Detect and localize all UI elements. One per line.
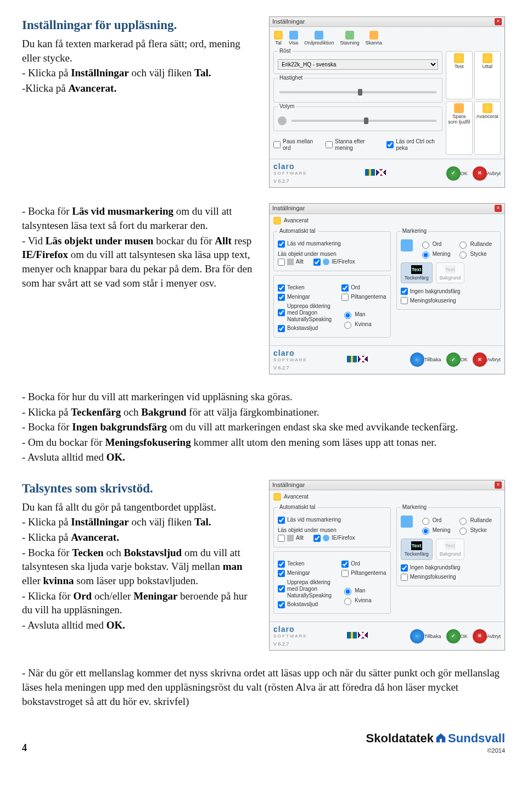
footer-brand: SkoldatatekSundsvall ©2014 <box>366 730 505 755</box>
chk-allt[interactable]: Allt <box>278 257 304 267</box>
section3-p3: - Bocka för Ingen bakgrundsfärg om du vi… <box>22 420 505 434</box>
back-button[interactable]: ←Tillbaka <box>408 352 441 367</box>
ok-button[interactable]: ✓OK <box>445 352 468 367</box>
btn-avancerat[interactable]: Avancerat <box>474 101 501 155</box>
tab-stavning[interactable]: Stavning <box>339 30 360 47</box>
flags[interactable] <box>365 169 386 177</box>
markering-icon <box>401 516 413 528</box>
chk-dragon[interactable]: Upprepa diktering med Dragon NaturallySp… <box>278 302 332 324</box>
section4-p4: - Bocka för Tecken och Bokstavsljud om d… <box>22 546 259 588</box>
chk-bokstavsljud[interactable]: Bokstavsljud <box>278 600 332 609</box>
chk-tecken[interactable]: Tecken <box>278 283 332 293</box>
volume-slider[interactable] <box>291 120 436 122</box>
settings-window-tal: Inställningar× Tal Visa Ordprediktion St… <box>269 16 505 188</box>
chk-ingen-bakgrund[interactable]: Ingen bakgrundsfärg <box>401 287 496 296</box>
hastighet-group: Hastighet <box>273 78 442 103</box>
btn-bakgrund[interactable]: TextBakgrund <box>436 262 465 284</box>
radio-stycke[interactable]: Stycke <box>457 249 491 259</box>
avancerat-icon <box>273 493 281 501</box>
close-icon[interactable]: × <box>495 205 502 212</box>
section1-p2: - Klicka på Inställningar och välj flike… <box>22 66 259 80</box>
btn-teckenfarg[interactable]: TextTeckenfärg <box>401 539 433 560</box>
radio-kvinna[interactable]: Kvinna <box>341 596 386 606</box>
section3-p4: - Om du bockar för Meningsfokusering kom… <box>22 435 505 450</box>
tab-skanna[interactable]: Skanna <box>364 30 383 47</box>
btn-spara-ljudfil[interactable]: Spara som ljudfil <box>446 101 473 155</box>
markering-icon <box>401 239 413 251</box>
volym-group: Volym <box>273 107 442 131</box>
btn-test[interactable]: Test <box>446 51 473 99</box>
tab-tal[interactable]: Tal <box>273 30 284 47</box>
settings-window-avancerat-2: Inställningar× Avancerat Automatiskt tal… <box>269 480 505 651</box>
chk-stanna[interactable]: Stanna efter mening <box>326 137 379 153</box>
section4-p2: - Klicka på Inställningar och välj flike… <box>22 515 259 529</box>
ok-button[interactable]: ✓OK <box>445 629 468 643</box>
flag-en-icon <box>376 169 386 176</box>
tab-ordprediktion[interactable]: Ordprediktion <box>303 30 335 47</box>
radio-ord[interactable]: Ord <box>419 239 451 249</box>
ok-button[interactable]: ✓OK <box>445 166 468 181</box>
house-icon <box>435 732 447 744</box>
radio-rullande[interactable]: Rullande <box>457 516 491 525</box>
chk-meningar[interactable]: Meningar <box>278 293 332 302</box>
rost-group: Röst Erik22k_HQ - svenska <box>273 51 442 74</box>
chk-tecken[interactable]: Tecken <box>278 559 332 569</box>
chk-iefirefox[interactable]: IE/Firefox <box>313 257 355 267</box>
radio-man[interactable]: Man <box>341 310 386 320</box>
chk-meningsfokusering[interactable]: Meningsfokusering <box>401 296 496 305</box>
section1-p1: Du kan få texten markerad på flera sätt;… <box>22 37 259 65</box>
radio-stycke[interactable]: Stycke <box>457 525 491 535</box>
chk-lasord[interactable]: Läs ord Ctrl och peka <box>386 137 442 153</box>
section2-p2: - Vid Läs objekt under musen bockar du f… <box>22 234 259 290</box>
close-icon[interactable]: × <box>495 481 502 489</box>
speaker-icon <box>278 116 287 125</box>
radio-kvinna[interactable]: Kvinna <box>341 320 386 329</box>
section3-p2: - Klicka på Teckenfärg och Bakgrund för … <box>22 405 505 419</box>
chk-ord[interactable]: Ord <box>341 559 386 569</box>
keys-group: Tecken Meningar Upprepa diktering med Dr… <box>273 275 391 338</box>
chk-dragon[interactable]: Upprepa diktering med Dragon NaturallySp… <box>278 578 332 600</box>
flag-sv-icon <box>347 356 357 362</box>
chk-meningar[interactable]: Meningar <box>278 569 332 578</box>
avancerat-icon <box>273 217 281 225</box>
chk-piltangenterna[interactable]: Piltangenterna <box>341 569 386 578</box>
chk-bokstavsljud[interactable]: Bokstavsljud <box>278 324 332 333</box>
chk-lasvid[interactable]: Läs vid musmarkering <box>278 516 386 525</box>
radio-ord[interactable]: Ord <box>419 516 451 525</box>
cancel-button[interactable]: ✕Avbryt <box>471 352 501 367</box>
chk-allt[interactable]: Allt <box>278 534 304 543</box>
chk-meningsfokusering[interactable]: Meningsfokusering <box>401 573 496 582</box>
flag-sv-icon <box>365 169 375 176</box>
back-button[interactable]: ←Tillbaka <box>408 629 441 643</box>
chk-ingen-bakgrund[interactable]: Ingen bakgrundsfärg <box>401 563 496 573</box>
cancel-button[interactable]: ✕Avbryt <box>471 629 501 643</box>
claro-logo: claroS O F T W A R E <box>273 349 306 362</box>
chk-ord[interactable]: Ord <box>341 283 386 293</box>
claro-logo: claroS O F T W A R E <box>273 162 306 176</box>
btn-uttal[interactable]: Uttal <box>474 51 501 99</box>
settings-window-avancerat-1: Inställningar× Avancerat Automatiskt tal… <box>269 203 505 374</box>
markering-group: Markering Ord Mening Rullande Stycke Tex… <box>396 231 501 310</box>
chk-paus[interactable]: Paus mellan ord <box>273 137 318 153</box>
btn-bakgrund[interactable]: TextBakgrund <box>436 539 465 560</box>
flag-en-icon <box>358 632 368 639</box>
tab-visa[interactable]: Visa <box>288 30 299 47</box>
section5-p1: - När du gör ett mellanslag kommer det n… <box>22 666 505 708</box>
claro-logo: claroS O F T W A R E <box>273 625 306 639</box>
btn-teckenfarg[interactable]: TextTeckenfärg <box>401 262 433 284</box>
section4-heading: Talsyntes som skrivstöd. <box>22 480 259 497</box>
cancel-button[interactable]: ✕Avbryt <box>471 166 501 181</box>
radio-rullande[interactable]: Rullande <box>457 239 491 249</box>
close-icon[interactable]: × <box>495 18 502 25</box>
chk-iefirefox[interactable]: IE/Firefox <box>313 534 355 543</box>
chk-lasvid[interactable]: Läs vid musmarkering <box>278 239 386 249</box>
radio-mening[interactable]: Mening <box>419 249 451 259</box>
radio-mening[interactable]: Mening <box>419 525 451 535</box>
voice-select[interactable]: Erik22k_HQ - svenska <box>278 59 438 70</box>
radio-man[interactable]: Man <box>341 586 386 596</box>
section4-p6: - Avsluta alltid med OK. <box>22 618 259 632</box>
chk-piltangenterna[interactable]: Piltangenterna <box>341 293 386 302</box>
speed-slider[interactable] <box>279 91 436 93</box>
flag-sv-icon <box>347 632 357 639</box>
section4-p5: - Klicka för Ord och/eller Meningar bero… <box>22 589 259 617</box>
